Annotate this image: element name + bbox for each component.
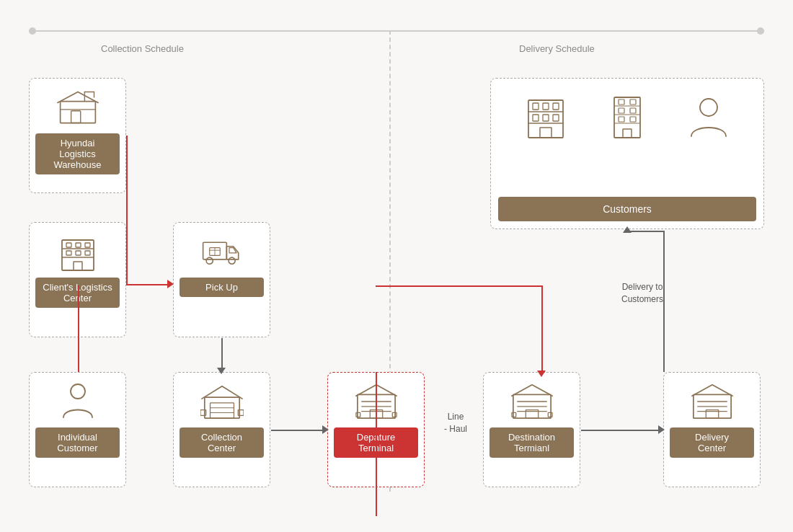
individual-customer-box: IndividualCustomer (29, 372, 126, 487)
arrow-individual-to-pickup-vertical (78, 285, 79, 372)
delivery-center-label: DeliveryCenter (670, 427, 754, 458)
arrow-hyundai-to-pickup-vertical (126, 136, 128, 285)
destination-terminal-label: DestinationTermianl (489, 427, 574, 458)
svg-rect-1 (71, 111, 80, 123)
svg-rect-54 (533, 115, 539, 121)
arrowhead-to-destination (537, 371, 546, 377)
individual-customer-icon (56, 380, 99, 423)
svg-rect-56 (553, 115, 559, 121)
individual-customer-label: IndividualCustomer (35, 427, 120, 458)
customer-building1-icon (521, 92, 570, 143)
svg-rect-68 (623, 129, 632, 138)
hyundai-warehouse-icon (56, 86, 99, 129)
svg-rect-9 (66, 243, 71, 247)
svg-rect-41 (511, 412, 515, 417)
svg-rect-64 (619, 108, 624, 113)
arrow-destination-to-delivery-h (581, 430, 662, 431)
svg-rect-65 (630, 108, 636, 113)
svg-rect-52 (543, 103, 549, 110)
svg-rect-11 (85, 243, 90, 247)
svg-rect-57 (540, 128, 551, 138)
svg-point-16 (71, 384, 85, 399)
arrowhead-pickup-to-collection (217, 368, 226, 374)
svg-rect-66 (619, 117, 624, 122)
svg-point-69 (700, 99, 717, 116)
svg-rect-14 (85, 251, 90, 255)
customers-box: Customers (490, 78, 764, 229)
svg-rect-63 (630, 99, 636, 105)
arrow-departure-top-horizontal (376, 285, 541, 287)
svg-rect-53 (553, 103, 559, 110)
delivery-schedule-label: Delivery Schedule (519, 43, 595, 54)
arrow-pickup-to-collection-vertical (221, 338, 223, 370)
timeline (29, 30, 764, 32)
customers-label: Customers (498, 197, 756, 221)
pickup-box: Pick Up (173, 222, 270, 337)
svg-point-18 (206, 257, 213, 264)
destination-terminal-icon (510, 380, 554, 423)
svg-rect-0 (60, 102, 95, 123)
destination-terminal-box: DestinationTermianl (483, 372, 580, 487)
collection-center-box: CollectionCenter (173, 372, 270, 487)
customer-building2-icon (603, 92, 652, 143)
svg-rect-62 (619, 99, 624, 105)
pickup-label: Pick Up (180, 278, 264, 297)
arrow-departure-down-to-destination (541, 285, 543, 372)
svg-rect-42 (548, 412, 552, 417)
collection-center-label: CollectionCenter (180, 427, 264, 458)
svg-rect-48 (528, 100, 563, 138)
arrow-collection-to-departure-h (271, 430, 326, 431)
hyundai-warehouse-label: Hyundai LogisticsWarehouse (35, 133, 120, 174)
collection-center-icon (200, 380, 244, 423)
diagram-container: Collection Schedule Delivery Schedule Hy… (0, 0, 793, 532)
pickup-icon (200, 230, 244, 273)
clients-logistics-icon (56, 230, 99, 273)
svg-rect-24 (210, 403, 234, 418)
arrowhead-destination-to-delivery (658, 425, 665, 434)
svg-rect-51 (533, 103, 539, 110)
svg-rect-55 (543, 115, 549, 121)
arrow-departure-up-vertical (376, 372, 377, 516)
svg-rect-34 (355, 412, 360, 417)
line-haul-label: Line- Haul (444, 411, 467, 435)
arrowhead-collection-to-departure (322, 425, 329, 434)
svg-rect-10 (76, 243, 81, 247)
hyundai-warehouse-box: Hyundai LogisticsWarehouse (29, 78, 126, 193)
delivery-center-icon (691, 380, 734, 423)
svg-rect-15 (74, 262, 82, 270)
arrow-hyundai-to-pickup-horizontal (126, 284, 172, 285)
arrowhead-to-customers (623, 226, 632, 233)
svg-rect-12 (66, 251, 71, 255)
svg-rect-35 (392, 412, 396, 417)
arrow-delivery-to-customers-horizontal (627, 231, 665, 232)
customer-person-icon (684, 92, 733, 143)
arrowhead-to-pickup (167, 280, 174, 288)
svg-rect-13 (76, 251, 81, 255)
arrow-delivery-to-customers-vertical (663, 231, 665, 372)
svg-point-19 (229, 257, 235, 264)
delivery-to-customers-label: Delivery toCustomers (621, 281, 663, 306)
delivery-center-box: DeliveryCenter (663, 372, 761, 487)
collection-schedule-label: Collection Schedule (101, 43, 184, 54)
svg-rect-67 (630, 117, 636, 122)
